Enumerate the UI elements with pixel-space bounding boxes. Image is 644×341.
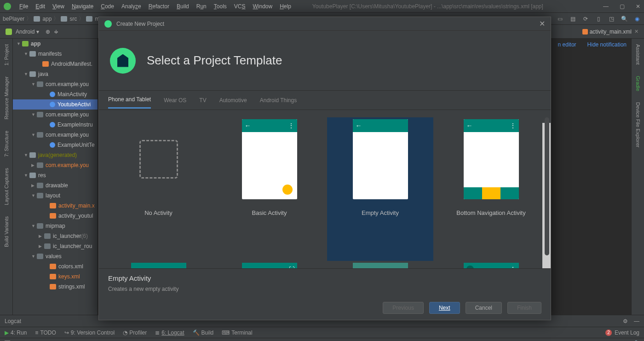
template-preview[interactable]: ⋮ bbox=[464, 263, 519, 268]
template-bottom-nav[interactable]: ←⋮ Bottom Navigation Activity bbox=[438, 117, 544, 261]
minimize-icon[interactable]: — bbox=[603, 3, 609, 10]
menu-run[interactable]: Run bbox=[194, 2, 209, 11]
tab-automotive[interactable]: Automotive bbox=[219, 92, 247, 108]
template-basic-activity[interactable]: ←⋮ Basic Activity bbox=[216, 117, 322, 261]
sdk-manager-icon[interactable]: ▤ bbox=[569, 16, 577, 22]
xml-file-icon bbox=[582, 29, 588, 35]
menu-refactor[interactable]: Refactor bbox=[146, 2, 172, 11]
menu-navigate[interactable]: Navigate bbox=[69, 2, 96, 11]
maximize-icon[interactable]: ▢ bbox=[620, 3, 625, 10]
menu-analyze[interactable]: Analyze bbox=[119, 2, 144, 11]
tree-node[interactable]: YoutubeActivi bbox=[13, 99, 98, 110]
crumb[interactable]: bePlayer bbox=[3, 16, 24, 22]
open-editor-link[interactable]: n editor bbox=[558, 41, 576, 48]
tab-run[interactable]: ▶4: Run bbox=[5, 329, 27, 336]
tab-todo[interactable]: ≡TODO bbox=[35, 329, 56, 336]
close-icon[interactable]: ✕ bbox=[636, 3, 640, 10]
minimize-panel-icon[interactable]: — bbox=[634, 318, 639, 324]
settings-icon[interactable]: ⚙ bbox=[623, 318, 628, 324]
tree-node[interactable]: ▼java bbox=[13, 69, 98, 79]
tree-node[interactable]: ExampleUnitTe bbox=[13, 140, 98, 150]
template-preview[interactable]: ←⛶ bbox=[242, 263, 297, 268]
tree-node[interactable]: ▶ic_launcher_rou bbox=[13, 241, 98, 251]
tree-node[interactable]: ▶ic_launcher (6) bbox=[13, 231, 98, 241]
tree-node[interactable]: ▼java (generated) bbox=[13, 150, 98, 160]
menu-help[interactable]: Help bbox=[277, 2, 294, 11]
tab-profiler[interactable]: ◔Profiler bbox=[123, 329, 147, 336]
menu-window[interactable]: Window bbox=[250, 2, 275, 11]
next-button[interactable]: Next bbox=[429, 302, 460, 314]
tree-node[interactable]: ExampleInstru bbox=[13, 120, 98, 130]
tree-node[interactable]: ▼values bbox=[13, 251, 98, 261]
menu-tools[interactable]: Tools bbox=[211, 2, 230, 11]
tree-node[interactable]: keys.xml bbox=[13, 272, 98, 282]
panel-layout-captures[interactable]: Layout Captures bbox=[4, 168, 9, 205]
template-empty-activity[interactable]: ← Empty Activity bbox=[327, 117, 433, 261]
finish-button[interactable]: Finish bbox=[507, 302, 541, 314]
template-preview[interactable] bbox=[353, 263, 408, 268]
device-icon[interactable]: ▯ bbox=[594, 16, 603, 22]
tree-node[interactable]: ▼com.example.you bbox=[13, 79, 98, 89]
panel-device-file-explorer[interactable]: Device File Explorer bbox=[635, 102, 641, 147]
panel-structure[interactable]: 7: Structure bbox=[4, 131, 9, 157]
box-icon[interactable]: ◳ bbox=[607, 16, 615, 22]
tree-node[interactable]: ▼manifests bbox=[13, 49, 98, 59]
tree-node[interactable]: ▶com.example.you bbox=[13, 160, 98, 170]
template-preview[interactable]: ← bbox=[131, 263, 186, 268]
panel-build-variants[interactable]: Build Variants bbox=[4, 216, 9, 247]
menu-build[interactable]: Build bbox=[174, 2, 192, 11]
template-scrollbar[interactable] bbox=[545, 117, 549, 255]
tree-node[interactable]: ▼com.example.you bbox=[13, 130, 98, 140]
menu-view[interactable]: View bbox=[50, 2, 67, 11]
tree-node[interactable]: AndroidManifest. bbox=[13, 59, 98, 69]
tree-node[interactable]: activity_youtul bbox=[13, 211, 98, 221]
tree-node[interactable]: ▼mipmap bbox=[13, 221, 98, 231]
tab-close-icon[interactable]: ✕ bbox=[634, 29, 638, 35]
tree-node[interactable]: strings.xml bbox=[13, 282, 98, 292]
sync-icon[interactable]: ⟳ bbox=[581, 16, 590, 22]
template-no-activity[interactable]: No Activity bbox=[105, 117, 212, 261]
tree-node[interactable]: colors.xml bbox=[13, 261, 98, 272]
menu-code[interactable]: Code bbox=[98, 2, 117, 11]
tab-android-things[interactable]: Android Things bbox=[260, 92, 297, 108]
tab-wear-os[interactable]: Wear OS bbox=[164, 92, 186, 108]
tree-node[interactable]: activity_main.x bbox=[13, 201, 98, 211]
tab-vcs[interactable]: ↪9: Version Control bbox=[64, 329, 115, 336]
crumb[interactable]: app bbox=[42, 16, 52, 22]
avd-manager-icon[interactable]: ▭ bbox=[556, 16, 564, 22]
tree-node[interactable]: ▼com.example.you bbox=[13, 110, 98, 120]
user-icon[interactable]: ◉ bbox=[633, 16, 641, 22]
project-tree[interactable]: ▼app▼manifestsAndroidManifest.▼java▼com.… bbox=[13, 39, 98, 315]
tab-terminal[interactable]: ⌨Terminal bbox=[222, 329, 252, 336]
tab-tv[interactable]: TV bbox=[199, 92, 206, 108]
config-dropdown[interactable]: Android ▾ bbox=[16, 29, 39, 35]
tree-node[interactable]: ▼app bbox=[13, 39, 98, 49]
tree-node[interactable]: ▼layout bbox=[13, 191, 98, 201]
selected-template-desc: Creates a new empty activity bbox=[108, 286, 541, 292]
tab-event-log[interactable]: Event Log bbox=[615, 329, 639, 336]
hide-notification-link[interactable]: Hide notification bbox=[587, 41, 627, 48]
split-icon[interactable]: ≑ bbox=[54, 29, 58, 35]
menu-file[interactable]: File bbox=[17, 2, 31, 11]
tree-node[interactable]: ▼res bbox=[13, 170, 98, 180]
panel-assistant[interactable]: Assistant bbox=[635, 44, 641, 65]
crumb[interactable]: src bbox=[69, 16, 77, 22]
dialog-close-icon[interactable]: ✕ bbox=[539, 19, 545, 28]
cancel-button[interactable]: Cancel bbox=[466, 302, 502, 314]
panel-resource-manager[interactable]: Resource Manager bbox=[4, 76, 9, 120]
tree-node[interactable]: MainActivity bbox=[13, 89, 98, 99]
overflow-icon: ⋮ bbox=[510, 122, 516, 129]
tab-logcat[interactable]: ≣6: Logcat bbox=[155, 329, 184, 336]
panel-gradle[interactable]: Gradle bbox=[635, 76, 641, 91]
target-icon[interactable]: ⊕ bbox=[46, 29, 50, 35]
tab-phone-tablet[interactable]: Phone and Tablet bbox=[108, 92, 151, 109]
menu-edit[interactable]: Edit bbox=[33, 2, 48, 11]
search-icon[interactable]: 🔍 bbox=[620, 16, 628, 22]
template-preview bbox=[131, 119, 186, 199]
menu-vcs[interactable]: VCS bbox=[231, 2, 248, 11]
previous-button[interactable]: Previous bbox=[383, 302, 424, 314]
editor-tab[interactable]: activity_main.xml ✕ bbox=[582, 29, 638, 35]
tab-build[interactable]: 🔨Build bbox=[193, 329, 214, 336]
panel-project[interactable]: 1: Project bbox=[4, 44, 9, 65]
tree-node[interactable]: ▶drawable bbox=[13, 180, 98, 191]
